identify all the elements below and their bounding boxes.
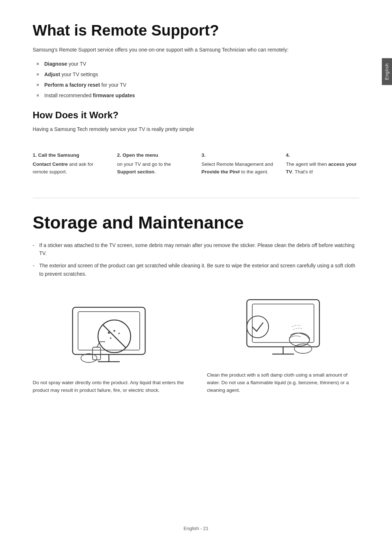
step-1-label: Call the Samsung: [38, 152, 79, 158]
divider: [33, 198, 359, 198]
no-spray-illustration: [62, 300, 156, 373]
remote-support-bullets: Diagnose your TV Adjust your TV settings…: [33, 60, 359, 99]
step-3-number: 3.: [201, 152, 205, 158]
svg-point-12: [118, 333, 120, 334]
step-1-body: Contact Centre and ask for remote suppor…: [33, 161, 106, 176]
sidebar-tab: English: [382, 58, 392, 85]
image-right-caption: Clean the product with a soft damp cloth…: [207, 371, 359, 394]
remote-support-title: What is Remote Support?: [33, 22, 359, 39]
remote-support-intro: Samsung's Remote Support service offers …: [33, 46, 359, 54]
image-block-left: Do not spray water directly onto the pro…: [33, 300, 185, 394]
svg-point-18: [294, 344, 312, 353]
svg-point-10: [108, 332, 110, 334]
step-2-body: on your TV and go to the Support section…: [117, 161, 191, 176]
svg-line-9: [103, 325, 126, 348]
storage-title: Storage and Maintenance: [33, 213, 359, 233]
bullet-factory-reset: Perform a factory reset for your TV: [36, 81, 359, 89]
storage-bullet-1: If a sticker was attached to the TV scre…: [33, 241, 359, 258]
svg-rect-5: [93, 347, 101, 360]
step-4: 4. The agent will then access your TV. T…: [286, 152, 360, 176]
how-intro: Having a Samsung Tech remotely service y…: [33, 125, 359, 133]
page-container: English What is Remote Support? Samsung'…: [0, 0, 392, 542]
bullet-adjust: Adjust your TV settings: [36, 71, 359, 78]
image-left-caption: Do not spray water directly onto the pro…: [33, 379, 185, 394]
step-4-body: The agent will then access your TV. That…: [286, 161, 360, 176]
storage-bullet-2: The exterior and screen of the product c…: [33, 262, 359, 278]
storage-bullets: If a sticker was attached to the TV scre…: [33, 241, 359, 278]
footer-text: English - 21: [184, 526, 209, 531]
images-row: Do not spray water directly onto the pro…: [33, 292, 359, 394]
svg-point-13: [110, 337, 111, 339]
page-footer: English - 21: [0, 526, 392, 531]
svg-rect-14: [247, 300, 319, 347]
sidebar-label: English: [384, 63, 389, 80]
how-title: How Does it Work?: [33, 110, 359, 121]
svg-point-20: [247, 316, 269, 338]
step-1: 1. Call the Samsung Contact Centre and a…: [33, 152, 117, 176]
step-4-number: 4.: [286, 152, 290, 158]
bullet-firmware: Install recommended firmware updates: [36, 92, 359, 99]
steps-row: 1. Call the Samsung Contact Centre and a…: [33, 152, 359, 176]
svg-point-4: [81, 354, 97, 362]
svg-point-11: [114, 330, 115, 332]
step-2-number: 2.: [117, 152, 123, 158]
step-1-number: 1.: [33, 152, 38, 158]
soft-cloth-illustration: [236, 292, 330, 365]
step-3: 3. Select Remote Management and Provide …: [201, 152, 286, 176]
step-2: 2. Open the menu on your TV and go to th…: [117, 152, 202, 176]
step-3-body: Select Remote Management and Provide the…: [201, 161, 275, 176]
image-block-right: Clean the product with a soft damp cloth…: [207, 292, 359, 394]
bullet-diagnose: Diagnose your TV: [36, 60, 359, 68]
step-2-label: Open the menu: [123, 152, 158, 158]
